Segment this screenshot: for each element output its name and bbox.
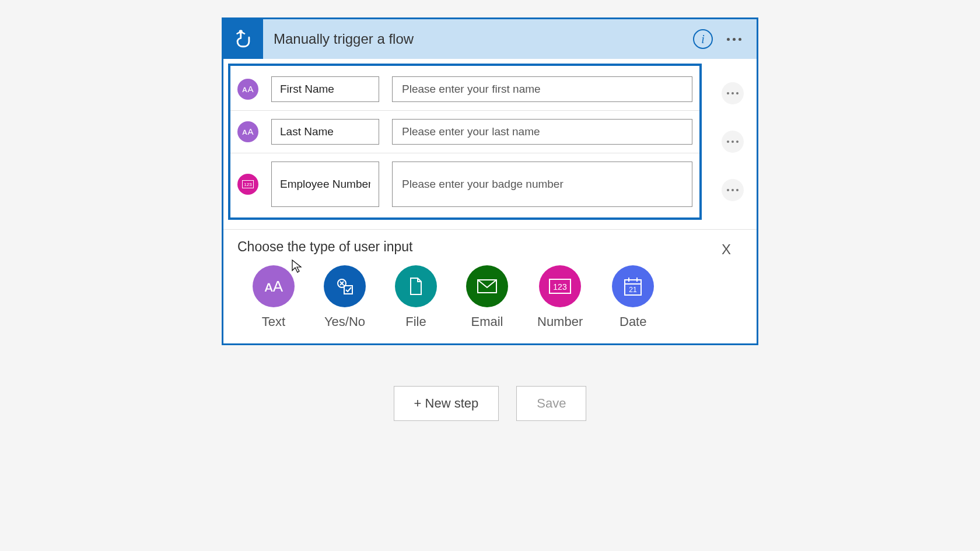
info-icon[interactable]: i xyxy=(693,29,713,49)
svg-rect-4 xyxy=(344,286,352,294)
input-row: ᴀA xyxy=(230,68,699,111)
type-option-date[interactable]: 21 Date xyxy=(612,265,654,329)
svg-text:123: 123 xyxy=(553,282,567,292)
trigger-icon xyxy=(223,19,263,59)
inputs-highlight-box: ᴀA ᴀA 123 xyxy=(228,64,702,220)
yesno-icon xyxy=(324,265,366,307)
choose-title: Choose the type of user input xyxy=(237,239,743,255)
input-prompt-field[interactable] xyxy=(392,76,692,102)
row-more-menu[interactable] xyxy=(722,179,744,201)
input-name-field[interactable] xyxy=(271,162,379,207)
row-more-menu[interactable] xyxy=(722,131,744,153)
type-option-yesno[interactable]: Yes/No xyxy=(324,265,366,329)
type-option-number[interactable]: 123 Number xyxy=(537,265,583,329)
new-step-button[interactable]: + New step xyxy=(394,386,499,421)
input-name-field[interactable] xyxy=(271,76,379,102)
text-type-icon: ᴀA xyxy=(237,79,258,100)
save-button[interactable]: Save xyxy=(516,386,586,421)
input-types-row: ᴀA Text Yes/No xyxy=(237,265,743,329)
row-more-menu[interactable] xyxy=(722,82,744,104)
close-icon[interactable]: X xyxy=(722,241,731,258)
choose-input-type-section: Choose the type of user input X ᴀA Text … xyxy=(223,229,757,343)
input-row: 123 xyxy=(230,153,699,215)
type-option-text[interactable]: ᴀA Text xyxy=(253,265,295,329)
text-type-icon: ᴀA xyxy=(237,121,258,142)
input-prompt-field[interactable] xyxy=(392,119,692,145)
number-icon: 123 xyxy=(539,265,581,307)
date-icon: 21 xyxy=(612,265,654,307)
text-icon: ᴀA xyxy=(253,265,295,307)
trigger-card: Manually trigger a flow i ᴀA ᴀA 123 xyxy=(222,17,758,345)
input-row: ᴀA xyxy=(230,111,699,153)
card-title: Manually trigger a flow xyxy=(263,31,693,47)
input-prompt-field[interactable] xyxy=(392,162,692,207)
svg-text:21: 21 xyxy=(629,286,638,294)
svg-text:123: 123 xyxy=(244,182,252,187)
action-bar: + New step Save xyxy=(394,386,587,421)
type-option-email[interactable]: Email xyxy=(466,265,508,329)
card-header[interactable]: Manually trigger a flow i xyxy=(223,19,757,59)
file-icon xyxy=(395,265,437,307)
card-more-menu[interactable] xyxy=(723,34,745,44)
email-icon xyxy=(466,265,508,307)
input-name-field[interactable] xyxy=(271,119,379,145)
number-type-icon: 123 xyxy=(237,174,258,195)
type-option-file[interactable]: File xyxy=(395,265,437,329)
